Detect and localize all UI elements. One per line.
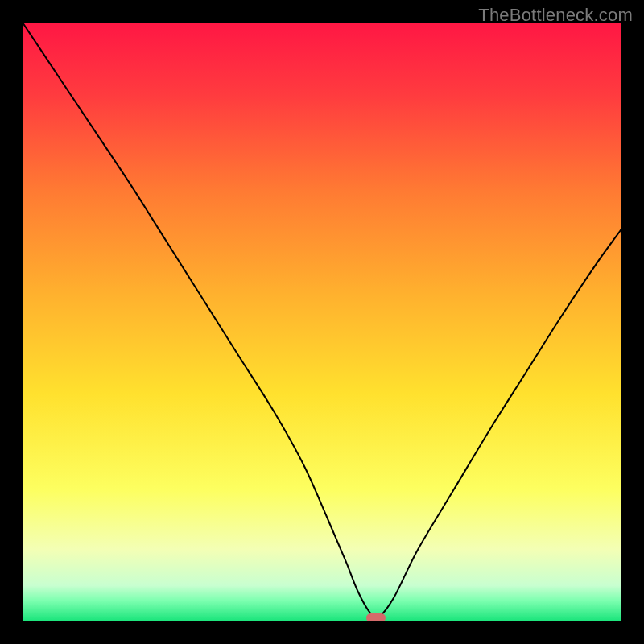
curve-layer (23, 23, 621, 621)
optimum-marker (366, 613, 386, 621)
bottleneck-curve (23, 23, 621, 617)
chart-frame: TheBottleneck.com (0, 0, 644, 644)
plot-area (23, 23, 621, 621)
